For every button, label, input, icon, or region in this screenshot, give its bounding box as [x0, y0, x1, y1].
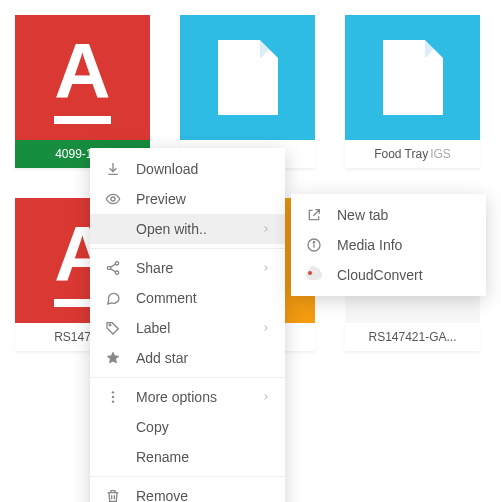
eye-icon — [104, 190, 122, 208]
menu-item-label: Open with.. — [136, 221, 261, 237]
menu-separator — [90, 248, 285, 249]
blank-icon — [104, 418, 122, 436]
menu-item-download[interactable]: Download — [90, 154, 285, 184]
menu-item-label: New tab — [337, 207, 472, 223]
trash-icon — [104, 487, 122, 502]
file-caption: Food Tray IGS — [345, 140, 480, 168]
menu-item-label: Remove — [136, 488, 271, 502]
menu-item-label: Rename — [136, 449, 271, 465]
menu-item-label: Share — [136, 260, 261, 276]
svg-point-0 — [111, 197, 115, 201]
comment-icon — [104, 289, 122, 307]
menu-item-comment[interactable]: Comment — [90, 283, 285, 313]
file-name: Food Tray — [374, 147, 428, 161]
file-ext: IGS — [430, 147, 451, 161]
submenu-item-new-tab[interactable]: New tab — [291, 200, 486, 230]
menu-item-add-star[interactable]: Add star — [90, 343, 285, 373]
file-caption: RS147421-GA... — [345, 323, 480, 351]
blank-icon — [104, 220, 122, 238]
file-card[interactable] — [180, 15, 315, 168]
menu-item-more-options[interactable]: More options — [90, 382, 285, 412]
menu-item-share[interactable]: Share — [90, 253, 285, 283]
menu-item-label[interactable]: Label — [90, 313, 285, 343]
document-icon — [383, 40, 443, 115]
submenu-item-cloudconvert[interactable]: CloudConvert — [291, 260, 486, 290]
file-thumbnail — [345, 15, 480, 140]
file-card[interactable]: A 4099-1-10 — [15, 15, 150, 168]
menu-item-preview[interactable]: Preview — [90, 184, 285, 214]
menu-item-open-with[interactable]: Open with.. — [90, 214, 285, 244]
chevron-right-icon — [261, 224, 271, 234]
menu-item-rename[interactable]: Rename — [90, 442, 285, 472]
menu-item-copy[interactable]: Copy — [90, 412, 285, 442]
menu-separator — [90, 476, 285, 477]
menu-item-label: CloudConvert — [337, 267, 472, 283]
svg-point-5 — [112, 391, 114, 393]
menu-item-label: Media Info — [337, 237, 472, 253]
file-name: RS147421-GA... — [368, 330, 456, 344]
file-thumbnail: A — [15, 15, 150, 140]
menu-item-label: More options — [136, 389, 261, 405]
download-icon — [104, 160, 122, 178]
menu-item-label: Add star — [136, 350, 271, 366]
blank-icon — [104, 448, 122, 466]
document-icon — [218, 40, 278, 115]
menu-item-label: Download — [136, 161, 271, 177]
cloudconvert-icon — [305, 266, 323, 284]
context-submenu: New tab Media Info CloudConvert — [291, 194, 486, 296]
star-icon — [104, 349, 122, 367]
menu-item-label: Comment — [136, 290, 271, 306]
share-icon — [104, 259, 122, 277]
file-card[interactable]: Food Tray IGS — [345, 15, 480, 168]
menu-item-label: Label — [136, 320, 261, 336]
context-menu: Download Preview Open with.. Share Comme… — [90, 148, 285, 502]
external-link-icon — [305, 206, 323, 224]
chevron-right-icon — [261, 263, 271, 273]
file-thumbnail — [180, 15, 315, 140]
chevron-right-icon — [261, 392, 271, 402]
chevron-right-icon — [261, 323, 271, 333]
menu-item-label: Copy — [136, 419, 271, 435]
menu-item-label: Preview — [136, 191, 271, 207]
svg-point-6 — [112, 396, 114, 398]
info-icon — [305, 236, 323, 254]
more-vertical-icon — [104, 388, 122, 406]
menu-item-remove[interactable]: Remove — [90, 481, 285, 502]
menu-separator — [90, 377, 285, 378]
tag-icon — [104, 319, 122, 337]
svg-point-9 — [313, 242, 314, 243]
svg-point-4 — [109, 324, 111, 326]
submenu-item-media-info[interactable]: Media Info — [291, 230, 486, 260]
svg-point-7 — [112, 400, 114, 402]
letter-a-icon: A — [54, 32, 110, 124]
